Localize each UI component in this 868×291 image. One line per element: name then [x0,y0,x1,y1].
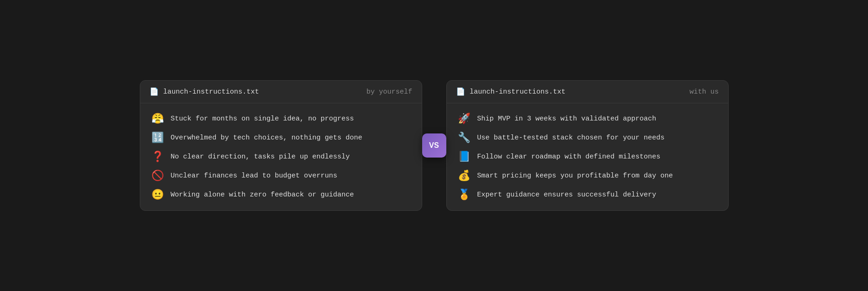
right-list-item: 🔧Use battle-tested stack chosen for your… [458,132,717,144]
left-panel-label: by yourself [366,88,412,96]
left-item-emoji-3: 🚫 [151,170,164,182]
right-item-text-1: Use battle-tested stack chosen for your … [477,134,665,142]
right-item-emoji-3: 💰 [458,170,471,182]
right-panel-header-left: 📄 launch-instructions.txt [456,87,566,96]
right-list-item: 🚀Ship MVP in 3 weeks with validated appr… [458,113,717,125]
comparison-wrapper: 📄 launch-instructions.txt by yourself 😤S… [133,80,735,211]
right-item-text-2: Follow clear roadmap with defined milest… [477,153,661,161]
right-item-emoji-4: 🏅 [458,189,471,201]
right-item-emoji-2: 📘 [458,151,471,163]
left-panel-header: 📄 launch-instructions.txt by yourself [140,81,422,103]
left-item-text-0: Stuck for months on single idea, no prog… [171,115,354,123]
right-item-text-0: Ship MVP in 3 weeks with validated appro… [477,115,656,123]
left-item-emoji-1: 🔢 [151,132,164,144]
right-list-item: 📘Follow clear roadmap with defined miles… [458,151,717,163]
left-panel: 📄 launch-instructions.txt by yourself 😤S… [140,80,422,211]
right-list-item: 🏅Expert guidance ensures successful deli… [458,189,717,201]
left-item-text-2: No clear direction, tasks pile up endles… [171,153,350,161]
left-list-item: 🚫Unclear finances lead to budget overrun… [151,170,411,182]
right-item-emoji-0: 🚀 [458,113,471,125]
left-list-item: 🔢Overwhelmed by tech choices, nothing ge… [151,132,411,144]
file-icon-right: 📄 [456,87,465,96]
left-list-item: 😤Stuck for months on single idea, no pro… [151,113,411,125]
left-item-emoji-2: ❓ [151,151,164,163]
left-file-name: launch-instructions.txt [163,88,259,96]
right-list-item: 💰Smart pricing keeps you profitable from… [458,170,717,182]
right-panel-body: 🚀Ship MVP in 3 weeks with validated appr… [447,103,728,210]
right-item-emoji-1: 🔧 [458,132,471,144]
left-item-emoji-4: 😐 [151,189,164,201]
left-item-emoji-0: 😤 [151,113,164,125]
right-file-name: launch-instructions.txt [470,88,566,96]
left-item-text-1: Overwhelmed by tech choices, nothing get… [171,134,362,142]
right-item-text-3: Smart pricing keeps you profitable from … [477,172,673,180]
left-item-text-4: Working alone with zero feedback or guid… [171,191,354,199]
file-icon-left: 📄 [150,87,159,96]
left-panel-body: 😤Stuck for months on single idea, no pro… [140,103,422,210]
right-item-text-4: Expert guidance ensures successful deliv… [477,191,656,199]
vs-text: VS [429,141,439,150]
right-panel-label: with us [689,88,718,96]
right-panel: 📄 launch-instructions.txt with us 🚀Ship … [446,80,729,211]
left-panel-header-left: 📄 launch-instructions.txt [150,87,259,96]
right-panel-header: 📄 launch-instructions.txt with us [447,81,728,103]
left-list-item: 😐Working alone with zero feedback or gui… [151,189,411,201]
left-list-item: ❓No clear direction, tasks pile up endle… [151,151,411,163]
left-item-text-3: Unclear finances lead to budget overruns [171,172,337,180]
vs-badge: VS [422,133,446,158]
